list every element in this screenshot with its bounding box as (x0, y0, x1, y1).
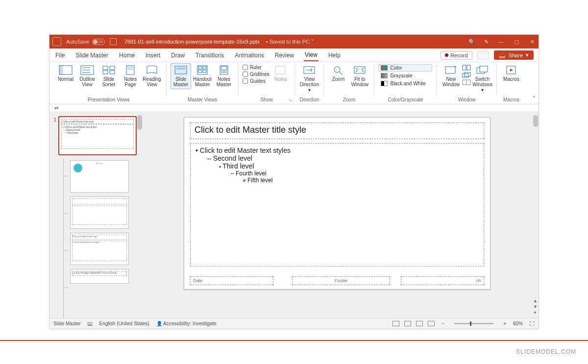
share-button[interactable]: 📤 Share ▾ (494, 50, 534, 60)
zoom-value[interactable]: 60% (513, 321, 523, 326)
macros-button[interactable]: Macros (501, 63, 521, 84)
svg-rect-1 (59, 66, 63, 74)
slide-sorter-button[interactable]: Slide Sorter (98, 63, 119, 89)
comments-button[interactable] (477, 51, 489, 60)
svg-rect-37 (480, 66, 488, 72)
group-zoom: Zoom Fit to Window Zoom (325, 63, 373, 104)
tab-help[interactable]: Help (327, 50, 342, 61)
tab-review[interactable]: Review (274, 50, 295, 61)
footer-placeholder[interactable]: Footer (292, 276, 390, 285)
minimize-button[interactable]: — (497, 39, 504, 45)
svg-rect-16 (203, 67, 206, 69)
svg-rect-23 (275, 66, 285, 74)
outline-view-button[interactable]: Outline View (77, 63, 98, 89)
gridlines-checkbox[interactable]: Gridlines (243, 71, 269, 77)
svg-rect-11 (127, 67, 133, 70)
color-mode-button[interactable]: Color (378, 64, 432, 72)
ribbon-tabs: File Slide Master Home Insert Draw Trans… (49, 49, 539, 62)
switch-windows-button[interactable]: Switch Windows ▾ (472, 63, 492, 95)
master-number: 1 (51, 116, 56, 122)
status-language[interactable]: English (United States) (99, 321, 149, 326)
zoom-out-button[interactable]: − (441, 321, 444, 326)
record-button[interactable]: Record (441, 51, 472, 60)
thumbnail-scrollbar[interactable] (137, 115, 142, 130)
status-mode[interactable]: Slide Master (53, 321, 81, 326)
layout-thumbnail[interactable]: Picture (70, 160, 129, 193)
sorter-view-icon[interactable] (404, 321, 411, 326)
group-show: Ruler Gridlines Guides Notes Show ⤡ (240, 63, 294, 104)
body-placeholder[interactable]: Click to edit Master text styles Second … (190, 143, 484, 267)
save-icon[interactable] (110, 38, 117, 45)
tab-draw[interactable]: Draw (170, 50, 186, 61)
title-bar: AutoSave Off 7881-01-self-introduction-p… (49, 35, 539, 49)
collapse-ribbon-icon[interactable]: ˅ (533, 96, 536, 102)
guides-checkbox[interactable]: Guides (243, 78, 269, 84)
arrange-all-icon[interactable] (462, 65, 471, 71)
search-icon[interactable]: 🔍 (468, 39, 475, 45)
tab-insert[interactable]: Insert (145, 50, 161, 61)
master-thumbnail[interactable]: Click to edit Master title style • Click… (58, 116, 137, 155)
layout-thumbnail[interactable]: Click to edit Master title style• Click … (70, 233, 129, 265)
slideshow-view-icon[interactable] (428, 321, 435, 326)
layout-thumbnail[interactable]: CLICK TO EDIT MASTER TITLE STYLE (70, 269, 129, 284)
fit-window-icon[interactable]: ⛶ (530, 321, 535, 326)
new-window-button[interactable]: +New Window (441, 63, 461, 89)
notes-button: Notes (270, 63, 291, 84)
fit-to-window-button[interactable]: Fit to Window (349, 63, 370, 89)
accessibility-status[interactable]: 👤 Accessibility: Investigate (156, 321, 217, 326)
next-slide-icon[interactable]: ▼ (533, 304, 538, 309)
autosave-toggle[interactable]: AutoSave Off (66, 39, 105, 45)
svg-rect-32 (463, 73, 468, 77)
layout-tree-line (63, 159, 64, 318)
maximize-button[interactable]: ▢ (513, 39, 520, 45)
grayscale-mode-button[interactable]: Grayscale (378, 72, 432, 79)
tab-file[interactable]: File (54, 50, 66, 61)
tab-view[interactable]: View (304, 49, 318, 61)
slide-master-canvas[interactable]: Click to edit Master title style Click t… (184, 117, 490, 290)
nav-menu-icon[interactable]: ✦ (533, 310, 538, 315)
toggle-icon[interactable]: Off (92, 39, 105, 45)
tab-transitions[interactable]: Transitions (195, 50, 225, 61)
title-placeholder[interactable]: Click to edit Master title style (190, 122, 484, 139)
notes-master-button[interactable]: Notes Master (214, 63, 234, 89)
view-direction-button[interactable]: View Direction ▾ (299, 63, 319, 95)
workspace: 1 Click to edit Master title style • Cli… (49, 112, 539, 318)
status-bar: Slide Master 🕮 English (United States) 👤… (49, 318, 539, 329)
save-status[interactable]: • Saved to this PC ˅ (266, 39, 314, 45)
handout-master-button[interactable]: Handout Master (192, 63, 213, 89)
close-button[interactable]: ✕ (529, 39, 536, 45)
powerpoint-icon (52, 37, 61, 46)
slide-canvas-area[interactable]: Click to edit Master title style Click t… (143, 112, 539, 318)
ruler-checkbox[interactable]: Ruler (243, 64, 269, 71)
show-launcher-icon[interactable]: ⤡ (289, 98, 293, 103)
spellcheck-icon[interactable]: 🕮 (88, 321, 93, 326)
document-title[interactable]: 7881-01-self-introduction-powerpoint-tem… (124, 39, 260, 45)
normal-view-button[interactable]: Normal (55, 63, 76, 84)
date-placeholder[interactable]: Date (190, 276, 273, 285)
zoom-slider[interactable] (454, 323, 493, 324)
notes-page-button[interactable]: Notes Page (120, 63, 141, 89)
pen-icon[interactable]: ✎ (484, 39, 489, 45)
zoom-in-button[interactable]: + (503, 321, 506, 326)
canvas-scrollbar[interactable] (533, 115, 538, 127)
reading-view-button[interactable]: Reading View (142, 63, 162, 89)
autosave-label: AutoSave (66, 39, 90, 45)
tab-animations[interactable]: Animations (234, 50, 265, 61)
qat-customize-icon[interactable]: ⇄ (54, 105, 58, 111)
slide-number-placeholder[interactable]: ‹#› (401, 276, 484, 285)
bw-mode-button[interactable]: Black and White (378, 80, 432, 87)
slide-master-button[interactable]: Slide Master (171, 63, 191, 89)
tab-slide-master[interactable]: Slide Master (74, 50, 109, 61)
zoom-button[interactable]: Zoom (328, 63, 348, 84)
split-icon[interactable] (462, 79, 471, 85)
tab-home[interactable]: Home (118, 50, 136, 61)
svg-text:+: + (454, 65, 457, 70)
normal-view-icon[interactable] (392, 321, 399, 326)
prev-slide-icon[interactable]: ▲ (533, 298, 538, 303)
cascade-icon[interactable] (462, 72, 471, 78)
slide-thumbnail-panel[interactable]: 1 Click to edit Master title style • Cli… (49, 112, 143, 318)
svg-rect-18 (203, 70, 206, 73)
layout-thumbnail[interactable] (70, 196, 129, 229)
reading-view-icon[interactable] (416, 321, 423, 326)
page-divider (0, 340, 588, 341)
